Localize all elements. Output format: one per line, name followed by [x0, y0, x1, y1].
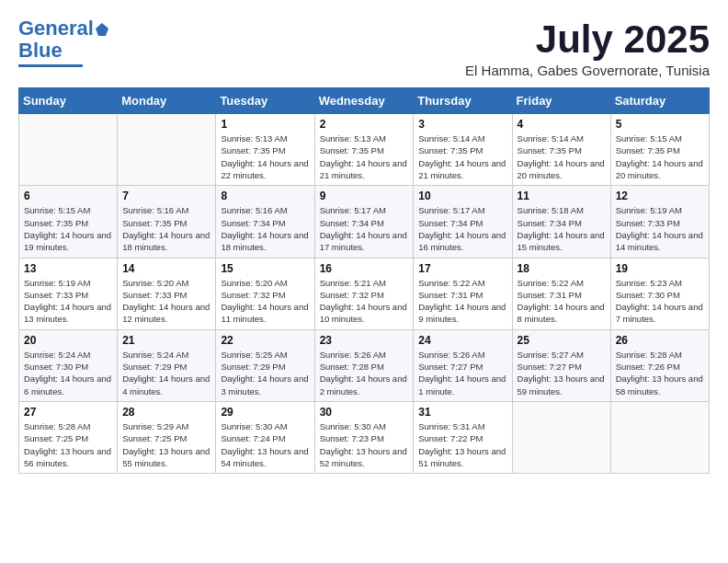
day-number: 18 [518, 262, 606, 275]
day-number: 25 [518, 334, 606, 347]
day-number: 1 [221, 118, 309, 131]
day-info: Sunrise: 5:22 AM Sunset: 7:31 PM Dayligh… [418, 277, 506, 326]
calendar-week-5: 27Sunrise: 5:28 AM Sunset: 7:25 PM Dayli… [19, 401, 710, 473]
calendar-cell: 21Sunrise: 5:24 AM Sunset: 7:29 PM Dayli… [118, 329, 216, 401]
day-number: 2 [320, 118, 409, 131]
calendar-week-2: 6Sunrise: 5:15 AM Sunset: 7:35 PM Daylig… [19, 186, 710, 258]
weekday-header-monday: Monday [118, 88, 216, 114]
day-number: 9 [320, 190, 409, 202]
day-number: 29 [221, 406, 309, 419]
calendar-cell: 5Sunrise: 5:15 AM Sunset: 7:35 PM Daylig… [610, 114, 709, 186]
calendar-cell [610, 401, 709, 473]
day-number: 21 [122, 334, 210, 347]
calendar-cell: 1Sunrise: 5:13 AM Sunset: 7:35 PM Daylig… [216, 114, 314, 186]
day-info: Sunrise: 5:15 AM Sunset: 7:35 PM Dayligh… [24, 204, 112, 253]
day-info: Sunrise: 5:26 AM Sunset: 7:28 PM Dayligh… [320, 349, 409, 397]
location-title: El Hamma, Gabes Governorate, Tunisia [465, 63, 710, 78]
day-info: Sunrise: 5:30 AM Sunset: 7:24 PM Dayligh… [221, 420, 309, 469]
calendar-cell: 30Sunrise: 5:30 AM Sunset: 7:23 PM Dayli… [314, 401, 414, 473]
day-info: Sunrise: 5:25 AM Sunset: 7:29 PM Dayligh… [221, 349, 309, 397]
day-info: Sunrise: 5:13 AM Sunset: 7:35 PM Dayligh… [221, 132, 309, 181]
calendar-cell: 22Sunrise: 5:25 AM Sunset: 7:29 PM Dayli… [216, 329, 314, 401]
calendar-cell: 15Sunrise: 5:20 AM Sunset: 7:32 PM Dayli… [216, 258, 314, 329]
calendar-cell: 18Sunrise: 5:22 AM Sunset: 7:31 PM Dayli… [512, 258, 610, 329]
day-number: 6 [24, 190, 112, 202]
day-number: 4 [518, 118, 606, 131]
day-number: 15 [221, 262, 309, 275]
day-info: Sunrise: 5:28 AM Sunset: 7:26 PM Dayligh… [616, 349, 704, 397]
calendar-cell: 7Sunrise: 5:16 AM Sunset: 7:35 PM Daylig… [118, 186, 216, 258]
day-number: 16 [320, 262, 409, 275]
day-info: Sunrise: 5:14 AM Sunset: 7:35 PM Dayligh… [418, 132, 506, 181]
calendar-cell: 16Sunrise: 5:21 AM Sunset: 7:32 PM Dayli… [314, 258, 414, 329]
day-info: Sunrise: 5:17 AM Sunset: 7:34 PM Dayligh… [320, 204, 409, 253]
day-number: 23 [320, 334, 409, 347]
calendar-cell: 2Sunrise: 5:13 AM Sunset: 7:35 PM Daylig… [314, 114, 414, 186]
day-number: 31 [418, 406, 506, 419]
day-info: Sunrise: 5:27 AM Sunset: 7:27 PM Dayligh… [518, 349, 606, 397]
day-info: Sunrise: 5:14 AM Sunset: 7:35 PM Dayligh… [518, 132, 606, 181]
day-info: Sunrise: 5:16 AM Sunset: 7:34 PM Dayligh… [221, 204, 309, 253]
calendar-cell [19, 114, 118, 186]
calendar-cell: 11Sunrise: 5:18 AM Sunset: 7:34 PM Dayli… [512, 186, 610, 258]
calendar-cell: 19Sunrise: 5:23 AM Sunset: 7:30 PM Dayli… [610, 258, 709, 329]
day-info: Sunrise: 5:24 AM Sunset: 7:29 PM Dayligh… [122, 349, 210, 397]
day-info: Sunrise: 5:17 AM Sunset: 7:34 PM Dayligh… [418, 204, 506, 253]
logo-blue-text: Blue [18, 39, 63, 63]
day-info: Sunrise: 5:16 AM Sunset: 7:35 PM Dayligh… [122, 204, 210, 253]
day-number: 11 [518, 190, 606, 202]
day-info: Sunrise: 5:28 AM Sunset: 7:25 PM Dayligh… [24, 420, 112, 469]
logo: General Blue [18, 18, 109, 67]
calendar-cell: 26Sunrise: 5:28 AM Sunset: 7:26 PM Dayli… [610, 329, 709, 401]
logo-general: General [18, 17, 94, 40]
title-block: July 2025 El Hamma, Gabes Governorate, T… [465, 18, 710, 78]
day-info: Sunrise: 5:18 AM Sunset: 7:34 PM Dayligh… [518, 204, 606, 253]
calendar-week-3: 13Sunrise: 5:19 AM Sunset: 7:33 PM Dayli… [19, 258, 710, 329]
day-number: 14 [122, 262, 210, 275]
day-info: Sunrise: 5:29 AM Sunset: 7:25 PM Dayligh… [122, 420, 210, 469]
svg-marker-0 [96, 23, 108, 36]
day-number: 22 [221, 334, 309, 347]
logo-underline [18, 64, 83, 67]
day-info: Sunrise: 5:24 AM Sunset: 7:30 PM Dayligh… [24, 349, 112, 397]
day-number: 13 [24, 262, 112, 275]
month-title: July 2025 [465, 18, 710, 61]
day-info: Sunrise: 5:13 AM Sunset: 7:35 PM Dayligh… [320, 132, 409, 181]
calendar-cell: 23Sunrise: 5:26 AM Sunset: 7:28 PM Dayli… [314, 329, 414, 401]
calendar-cell: 6Sunrise: 5:15 AM Sunset: 7:35 PM Daylig… [19, 186, 118, 258]
day-info: Sunrise: 5:20 AM Sunset: 7:33 PM Dayligh… [122, 277, 210, 326]
calendar-cell: 10Sunrise: 5:17 AM Sunset: 7:34 PM Dayli… [414, 186, 512, 258]
weekday-header-thursday: Thursday [414, 88, 512, 114]
weekday-header-sunday: Sunday [19, 88, 118, 114]
calendar-cell: 29Sunrise: 5:30 AM Sunset: 7:24 PM Dayli… [216, 401, 314, 473]
day-number: 8 [221, 190, 309, 202]
day-number: 12 [616, 190, 704, 202]
day-info: Sunrise: 5:21 AM Sunset: 7:32 PM Dayligh… [320, 277, 409, 326]
calendar-cell: 27Sunrise: 5:28 AM Sunset: 7:25 PM Dayli… [19, 401, 118, 473]
weekday-header-tuesday: Tuesday [216, 88, 314, 114]
calendar-cell: 12Sunrise: 5:19 AM Sunset: 7:33 PM Dayli… [610, 186, 709, 258]
calendar-cell: 25Sunrise: 5:27 AM Sunset: 7:27 PM Dayli… [512, 329, 610, 401]
calendar-cell: 24Sunrise: 5:26 AM Sunset: 7:27 PM Dayli… [414, 329, 512, 401]
day-number: 27 [24, 406, 112, 419]
day-number: 30 [320, 406, 409, 419]
weekday-header-saturday: Saturday [610, 88, 709, 114]
calendar-cell: 8Sunrise: 5:16 AM Sunset: 7:34 PM Daylig… [216, 186, 314, 258]
day-info: Sunrise: 5:19 AM Sunset: 7:33 PM Dayligh… [616, 204, 704, 253]
day-info: Sunrise: 5:23 AM Sunset: 7:30 PM Dayligh… [616, 277, 704, 326]
weekday-header-friday: Friday [512, 88, 610, 114]
calendar-table: SundayMondayTuesdayWednesdayThursdayFrid… [18, 87, 710, 474]
calendar-cell [118, 114, 216, 186]
day-number: 10 [418, 190, 506, 202]
day-number: 17 [418, 262, 506, 275]
day-info: Sunrise: 5:19 AM Sunset: 7:33 PM Dayligh… [24, 277, 112, 326]
calendar-cell: 14Sunrise: 5:20 AM Sunset: 7:33 PM Dayli… [118, 258, 216, 329]
calendar-week-4: 20Sunrise: 5:24 AM Sunset: 7:30 PM Dayli… [19, 329, 710, 401]
day-info: Sunrise: 5:31 AM Sunset: 7:22 PM Dayligh… [418, 420, 506, 469]
calendar-cell [512, 401, 610, 473]
day-number: 28 [122, 406, 210, 419]
day-number: 3 [418, 118, 506, 131]
day-info: Sunrise: 5:26 AM Sunset: 7:27 PM Dayligh… [418, 349, 506, 397]
page-header: General Blue July 2025 El Hamma, Gabes G… [18, 18, 710, 78]
logo-text: General [18, 18, 109, 39]
